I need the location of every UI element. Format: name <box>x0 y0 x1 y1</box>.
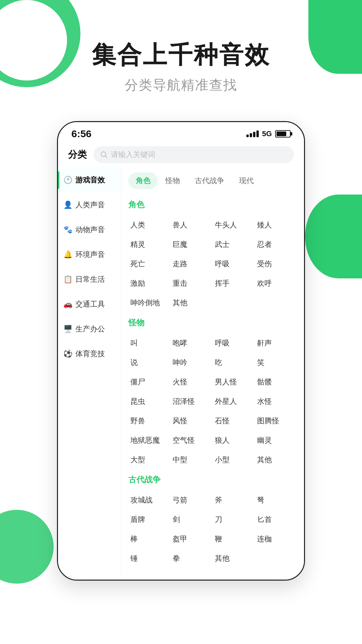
tag-item-0-11[interactable]: 受伤 <box>255 254 297 274</box>
tag-item-1-12[interactable]: 昆虫 <box>128 392 171 411</box>
tag-item-0-9[interactable]: 走路 <box>171 254 213 274</box>
tag-item-2-12[interactable]: 锤 <box>128 549 171 568</box>
tag-item-2-1[interactable]: 弓箭 <box>171 490 213 510</box>
tag-item-1-27[interactable]: 其他 <box>255 450 297 470</box>
search-label: 分类 <box>68 148 87 161</box>
tag-item-1-4[interactable]: 说 <box>128 353 171 372</box>
tag-item-0-12[interactable]: 激励 <box>128 274 171 293</box>
hero-subtitle: 分类导航精准查找 <box>0 76 362 94</box>
tag-item-1-24[interactable]: 大型 <box>128 450 171 470</box>
search-icon <box>100 151 108 158</box>
tag-item-1-18[interactable]: 石怪 <box>213 411 255 431</box>
tag-item-0-16[interactable]: 呻吟倒地 <box>128 293 171 313</box>
tag-item-1-0[interactable]: 叫 <box>128 333 171 353</box>
tag-grid-0: 人类兽人牛头人矮人精灵巨魔武士忍者死亡走路呼吸受伤激励重击挥手欢呼呻吟倒地其他 <box>128 215 297 313</box>
tag-item-2-7[interactable]: 匕首 <box>255 510 297 529</box>
tag-item-1-9[interactable]: 火怪 <box>171 372 213 392</box>
tag-item-0-0[interactable]: 人类 <box>128 215 171 235</box>
tab-item-2[interactable]: 古代战争 <box>187 172 232 189</box>
tag-item-0-10[interactable]: 呼吸 <box>213 254 255 274</box>
tag-item-0-2[interactable]: 牛头人 <box>213 215 255 235</box>
sidebar-item-sports[interactable]: ⚽ 体育竞技 <box>58 341 121 366</box>
tag-item-1-15[interactable]: 水怪 <box>255 392 297 411</box>
search-placeholder-text: 请输入关键词 <box>111 150 155 160</box>
sidebar-item-daily[interactable]: 📋 日常生活 <box>58 267 121 292</box>
tag-item-1-3[interactable]: 鼾声 <box>255 333 297 353</box>
status-right: 5G <box>246 129 291 138</box>
sidebar-label-sports: 体育竞技 <box>75 349 105 359</box>
tag-item-1-20[interactable]: 地狱恶魔 <box>128 431 171 450</box>
tag-item-0-14[interactable]: 挥手 <box>213 274 255 293</box>
phone-frame: 6:56 5G 分类 <box>57 121 305 581</box>
tag-item-2-2[interactable]: 斧 <box>213 490 255 510</box>
tag-item-1-7[interactable]: 笑 <box>255 353 297 372</box>
tag-item-1-22[interactable]: 狼人 <box>213 431 255 450</box>
tag-item-0-5[interactable]: 巨魔 <box>171 235 213 254</box>
tag-item-2-13[interactable]: 拳 <box>171 549 213 568</box>
tab-item-3[interactable]: 现代 <box>232 172 261 189</box>
sidebar-item-transport[interactable]: 🚗 交通工具 <box>58 292 121 317</box>
status-time: 6:56 <box>71 128 92 140</box>
tag-item-0-7[interactable]: 忍者 <box>255 235 297 254</box>
tab-item-1[interactable]: 怪物 <box>158 172 187 189</box>
tag-item-1-1[interactable]: 咆哮 <box>171 333 213 353</box>
sidebar-item-game[interactable]: 🕐 游戏音效 <box>58 168 121 193</box>
tag-item-0-1[interactable]: 兽人 <box>171 215 213 235</box>
tag-item-0-13[interactable]: 重击 <box>171 274 213 293</box>
sidebar-icon-transport: 🚗 <box>63 300 72 309</box>
signal-bars-icon <box>246 130 259 137</box>
section-title-0: 角色 <box>128 199 297 210</box>
sidebar-icon-office: 🖥️ <box>63 325 72 333</box>
sidebar-item-office[interactable]: 🖥️ 生产办公 <box>58 317 121 341</box>
tag-item-1-25[interactable]: 中型 <box>171 450 213 470</box>
main-content: 🕐 游戏音效 👤 人类声音 🐾 动物声音 🔔 环境声音 📋 日常生活 🚗 交通工… <box>58 168 304 580</box>
sidebar-item-environment[interactable]: 🔔 环境声音 <box>58 242 121 267</box>
tag-item-2-0[interactable]: 攻城战 <box>128 490 171 510</box>
tab-item-0[interactable]: 角色 <box>128 172 158 189</box>
tag-item-0-3[interactable]: 矮人 <box>255 215 297 235</box>
sidebar-label-transport: 交通工具 <box>75 299 105 309</box>
sidebar-icon-environment: 🔔 <box>63 250 72 259</box>
tag-item-2-10[interactable]: 鞭 <box>213 529 255 549</box>
tag-item-1-17[interactable]: 风怪 <box>171 411 213 431</box>
tag-item-2-8[interactable]: 棒 <box>128 529 171 549</box>
tag-item-1-8[interactable]: 僵尸 <box>128 372 171 392</box>
sidebar-label-office: 生产办公 <box>75 324 105 334</box>
tag-item-0-8[interactable]: 死亡 <box>128 254 171 274</box>
tag-item-1-21[interactable]: 空气怪 <box>171 431 213 450</box>
tag-item-1-10[interactable]: 男人怪 <box>213 372 255 392</box>
sidebar-item-human[interactable]: 👤 人类声音 <box>58 193 121 217</box>
tag-item-2-14[interactable]: 其他 <box>213 549 255 568</box>
tabs-row: 角色怪物古代战争现代 <box>122 168 304 193</box>
sidebar-item-animal[interactable]: 🐾 动物声音 <box>58 217 121 242</box>
sidebar-icon-daily: 📋 <box>63 275 72 284</box>
tag-item-1-14[interactable]: 外星人 <box>213 392 255 411</box>
tag-item-1-16[interactable]: 野兽 <box>128 411 171 431</box>
tag-item-1-13[interactable]: 沼泽怪 <box>171 392 213 411</box>
battery-icon <box>275 130 291 138</box>
tag-item-1-19[interactable]: 图腾怪 <box>255 411 297 431</box>
tag-item-2-11[interactable]: 连枷 <box>255 529 297 549</box>
tag-item-1-23[interactable]: 幽灵 <box>255 431 297 450</box>
tag-item-0-6[interactable]: 武士 <box>213 235 255 254</box>
tag-item-2-5[interactable]: 剑 <box>171 510 213 529</box>
tag-item-1-11[interactable]: 骷髅 <box>255 372 297 392</box>
tag-item-0-15[interactable]: 欢呼 <box>255 274 297 293</box>
tag-item-1-2[interactable]: 呼吸 <box>213 333 255 353</box>
tag-item-1-5[interactable]: 呻吟 <box>171 353 213 372</box>
tag-item-2-9[interactable]: 盔甲 <box>171 529 213 549</box>
tag-item-0-17[interactable]: 其他 <box>171 293 213 313</box>
tag-item-1-6[interactable]: 吃 <box>213 353 255 372</box>
tag-item-2-6[interactable]: 刀 <box>213 510 255 529</box>
sidebar-label-human: 人类声音 <box>75 200 105 210</box>
tag-item-1-26[interactable]: 小型 <box>213 450 255 470</box>
tag-item-2-3[interactable]: 弩 <box>255 490 297 510</box>
tag-item-2-4[interactable]: 盾牌 <box>128 510 171 529</box>
sidebar: 🕐 游戏音效 👤 人类声音 🐾 动物声音 🔔 环境声音 📋 日常生活 🚗 交通工… <box>58 168 122 580</box>
tag-item-0-4[interactable]: 精灵 <box>128 235 171 254</box>
hero-title: 集合上千种音效 <box>0 40 362 69</box>
search-input-wrap[interactable]: 请输入关键词 <box>94 146 294 163</box>
hero-section: 集合上千种音效 分类导航精准查找 <box>0 0 362 111</box>
sidebar-icon-sports: ⚽ <box>63 350 72 358</box>
search-bar-row: 分类 请输入关键词 <box>58 143 304 168</box>
